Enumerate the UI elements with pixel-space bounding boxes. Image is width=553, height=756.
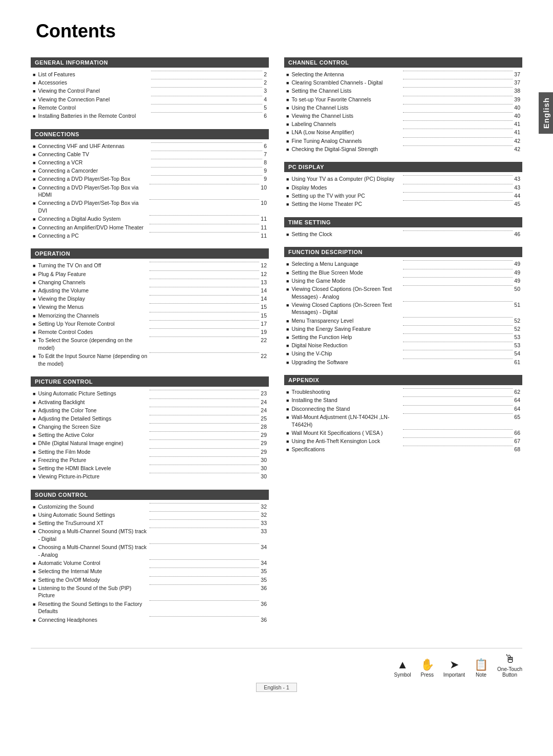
list-item: ■Connecting VHF and UHF Antennas6 bbox=[33, 142, 267, 150]
item-text: Freezing the Picture bbox=[38, 456, 147, 464]
item-dots bbox=[150, 511, 259, 512]
item-text: Connecting a DVD Player/Set-Top Box via … bbox=[38, 199, 147, 214]
item-page-num: 53 bbox=[514, 333, 520, 341]
item-dots bbox=[150, 352, 259, 353]
item-page-num: 49 bbox=[514, 260, 520, 268]
item-dots bbox=[150, 576, 259, 577]
item-text: Activating Backlight bbox=[38, 398, 147, 406]
item-dots bbox=[403, 429, 513, 430]
item-text: Resetting the Sound Settings to the Fact… bbox=[38, 600, 147, 615]
item-page-num: 11 bbox=[261, 224, 267, 232]
item-page-num: 23 bbox=[261, 390, 267, 397]
bullet-icon: ■ bbox=[286, 138, 289, 145]
bullet-icon: ■ bbox=[33, 72, 35, 78]
list-item: ■DNIe (Digital Natural Image engine)29 bbox=[33, 439, 267, 447]
item-dots bbox=[403, 192, 513, 193]
item-text: Setting the Function Help bbox=[291, 333, 401, 341]
bullet-icon: ■ bbox=[286, 232, 289, 238]
item-page-num: 9 bbox=[264, 167, 267, 175]
item-dots bbox=[403, 137, 513, 138]
item-text: List of Features bbox=[38, 71, 149, 78]
item-dots bbox=[150, 503, 259, 503]
item-text: Setting the On/Off Melody bbox=[38, 576, 147, 584]
item-dots bbox=[403, 396, 513, 397]
list-item: ■Connecting a VCR8 bbox=[33, 159, 267, 166]
item-page-num: 10 bbox=[261, 199, 267, 207]
bullet-icon: ■ bbox=[33, 391, 35, 397]
bullet-icon: ■ bbox=[33, 313, 35, 320]
section-picture-control: PICTURE CONTROL■Using Automatic Picture … bbox=[31, 376, 269, 480]
item-page-num: 10 bbox=[261, 184, 267, 192]
section-items-operation: ■Turning the TV On and Off12■Plug & Play… bbox=[31, 262, 269, 367]
item-text: Selecting a Menu Language bbox=[291, 260, 401, 268]
item-page-num: 51 bbox=[514, 301, 520, 309]
bullet-icon: ■ bbox=[286, 406, 289, 413]
item-dots bbox=[403, 184, 513, 184]
item-text: Using Automatic Picture Settings bbox=[38, 390, 147, 397]
section-items-connections: ■Connecting VHF and UHF Antennas6■Connec… bbox=[31, 142, 269, 240]
item-page-num: 28 bbox=[261, 423, 267, 431]
list-item: ■Disconnecting the Stand64 bbox=[286, 405, 520, 413]
item-text: Viewing the Channel Lists bbox=[291, 112, 401, 120]
item-dots bbox=[150, 184, 259, 184]
item-text: Choosing a Multi-Channel Sound (MTS) tra… bbox=[38, 543, 147, 558]
item-page-num: 62 bbox=[514, 388, 520, 396]
list-item: ■Connecting a PC11 bbox=[33, 232, 267, 240]
bullet-icon: ■ bbox=[286, 97, 289, 103]
list-item: ■Connecting a Digital Audio System11 bbox=[33, 215, 267, 223]
bullet-icon: ■ bbox=[286, 130, 289, 136]
list-item: ■Specifications68 bbox=[286, 446, 520, 453]
item-dots bbox=[403, 342, 513, 342]
item-dots bbox=[403, 301, 513, 302]
list-item: ■Changing Channels13 bbox=[33, 279, 267, 286]
item-dots bbox=[150, 262, 259, 262]
section-items-pc-display: ■Using Your TV as a Computer (PC) Displa… bbox=[284, 175, 522, 207]
list-item: ■Accessories2 bbox=[33, 79, 267, 87]
item-page-num: 36 bbox=[261, 600, 267, 608]
right-column: CHANNEL CONTROL■Selecting the Antenna37■… bbox=[284, 57, 522, 633]
section-general-information: GENERAL INFORMATION■List of Features2■Ac… bbox=[31, 57, 269, 120]
item-text: Installing Batteries in the Remote Contr… bbox=[38, 112, 149, 120]
bullet-icon: ■ bbox=[33, 577, 35, 584]
list-item: ■To set-up Your Favorite Channels39 bbox=[286, 96, 520, 103]
list-item: ■Connecting a Camcorder9 bbox=[33, 167, 267, 175]
bullet-icon: ■ bbox=[33, 321, 35, 328]
item-text: To Edit the Input Source Name (depending… bbox=[38, 352, 147, 367]
item-page-num: 49 bbox=[514, 277, 520, 285]
item-page-num: 2 bbox=[264, 71, 267, 78]
list-item: ■Setting the Function Help53 bbox=[286, 333, 520, 341]
item-page-num: 49 bbox=[514, 269, 520, 277]
section-items-time-setting: ■Setting the Clock46 bbox=[284, 230, 522, 238]
item-dots bbox=[151, 167, 262, 167]
item-page-num: 17 bbox=[261, 320, 267, 328]
item-page-num: 52 bbox=[514, 325, 520, 333]
item-text: Setting the Active Color bbox=[38, 431, 147, 439]
list-item: ■Adjusting the Detailed Settings25 bbox=[33, 415, 267, 423]
item-page-num: 14 bbox=[261, 295, 267, 303]
item-text: Connecting Headphones bbox=[38, 616, 147, 624]
item-page-num: 11 bbox=[261, 215, 267, 223]
item-dots bbox=[150, 600, 259, 601]
section-header-connections: CONNECTIONS bbox=[31, 129, 269, 139]
section-connections: CONNECTIONS■Connecting VHF and UHF Anten… bbox=[31, 129, 269, 240]
list-item: ■Labeling Channels41 bbox=[286, 120, 520, 128]
item-text: Turning the TV On and Off bbox=[38, 262, 147, 269]
list-item: ■Selecting the Antenna37 bbox=[286, 71, 520, 78]
section-header-function-description: FUNCTION DESCRIPTION bbox=[284, 247, 522, 257]
item-page-num: 40 bbox=[514, 112, 520, 120]
item-text: Display Modes bbox=[291, 184, 401, 192]
list-item: ■Installing Batteries in the Remote Cont… bbox=[33, 112, 267, 120]
section-appendix: APPENDIX■Troubleshooting62■Installing th… bbox=[284, 375, 522, 453]
bullet-icon: ■ bbox=[33, 569, 35, 575]
item-dots bbox=[150, 303, 259, 304]
bullet-icon: ■ bbox=[286, 176, 289, 183]
item-text: Viewing Closed Captions (On-Screen Text … bbox=[291, 301, 401, 316]
section-header-general-information: GENERAL INFORMATION bbox=[31, 57, 269, 68]
item-page-num: 11 bbox=[261, 232, 267, 240]
press-label: Press bbox=[421, 672, 434, 678]
item-page-num: 19 bbox=[261, 328, 267, 336]
symbol-icon: ▲ bbox=[397, 659, 408, 670]
item-text: Setting up the TV with your PC bbox=[291, 192, 401, 200]
item-dots bbox=[403, 200, 513, 201]
item-page-num: 29 bbox=[261, 439, 267, 447]
